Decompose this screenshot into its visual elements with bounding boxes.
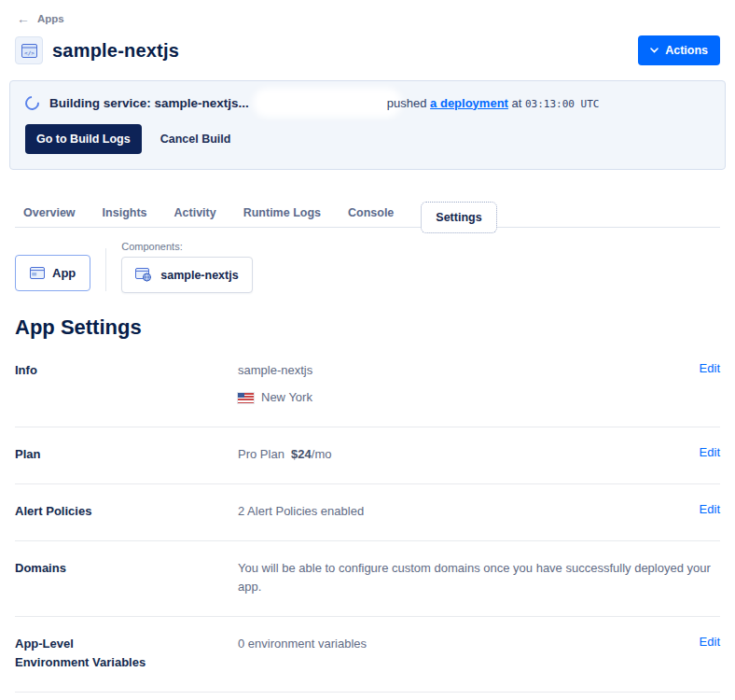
app-scope-button[interactable]: App — [15, 255, 90, 291]
component-globe-icon — [135, 268, 152, 282]
app-window-icon — [30, 267, 45, 279]
plan-per: /mo — [312, 447, 332, 461]
row-label: App-Level Environment Variables — [15, 633, 238, 672]
tab-activity[interactable]: Activity — [174, 206, 216, 219]
tab-runtime-logs[interactable]: Runtime Logs — [243, 206, 321, 219]
plan-price: $24 — [291, 447, 312, 461]
tab-insights[interactable]: Insights — [103, 206, 147, 219]
edit-alert-policies-link[interactable]: Edit — [700, 500, 720, 516]
row-label: Alert Policies — [15, 500, 238, 521]
settings-row-info: Info sample-nextjs New York Edit — [15, 343, 720, 427]
cancel-build-button[interactable]: Cancel Build — [160, 133, 231, 146]
banner-title: Building service: sample-nextjs... — [49, 96, 249, 110]
settings-row-env-variables: App-Level Environment Variables 0 enviro… — [15, 617, 720, 693]
info-region: New York — [261, 388, 312, 407]
build-banner: Building service: sample-nextjs... pushe… — [9, 80, 726, 170]
settings-row-log-forwarding: Log Forwarding 0 Destinations Edit — [15, 693, 720, 700]
actions-button[interactable]: Actions — [638, 35, 720, 65]
edit-env-variables-link[interactable]: Edit — [700, 633, 720, 649]
row-value: 0 environment variables — [238, 633, 700, 653]
go-to-build-logs-button[interactable]: Go to Build Logs — [25, 124, 142, 154]
banner-deployment-text: pushed a deployment at 03:13:00 UTC — [387, 96, 600, 110]
breadcrumb: ← Apps — [0, 0, 735, 26]
app-window-icon: </> — [15, 36, 43, 64]
row-value: You will be able to configure custom dom… — [238, 557, 712, 596]
tab-overview[interactable]: Overview — [23, 206, 76, 219]
settings-row-domains: Domains You will be able to configure cu… — [15, 541, 720, 617]
row-value: sample-nextjs New York — [238, 359, 700, 407]
plan-name: Pro Plan — [238, 447, 284, 461]
chevron-down-icon — [650, 48, 659, 53]
app-settings-heading: App Settings — [0, 293, 735, 343]
spinner-icon — [22, 92, 42, 112]
row-value: Pro Plan $24/mo — [238, 443, 700, 464]
deployment-link[interactable]: a deployment — [430, 96, 508, 110]
svg-text:</>: </> — [24, 49, 35, 55]
tab-console[interactable]: Console — [348, 206, 394, 219]
component-sample-nextjs-button[interactable]: sample-nextjs — [121, 257, 252, 293]
redacted-text-blur — [258, 93, 396, 112]
deployment-timestamp: 03:13:00 UTC — [525, 98, 599, 110]
row-label: Plan — [15, 443, 238, 464]
title-bar: </> sample-nextjs Actions — [0, 26, 735, 65]
tab-bar: Overview Insights Activity Runtime Logs … — [0, 192, 735, 233]
vertical-divider — [105, 248, 106, 291]
row-value: 2 Alert Policies enabled — [238, 500, 700, 521]
components-label: Components: — [121, 241, 252, 252]
settings-row-alert-policies: Alert Policies 2 Alert Policies enabled … — [15, 484, 720, 541]
info-app-name: sample-nextjs — [238, 361, 700, 380]
component-bar: App Components: sample-nextjs — [0, 233, 735, 293]
us-flag-icon — [238, 393, 254, 403]
back-arrow-icon[interactable]: ← — [17, 11, 30, 26]
breadcrumb-apps-link[interactable]: Apps — [37, 13, 64, 24]
edit-plan-link[interactable]: Edit — [700, 443, 720, 459]
edit-info-link[interactable]: Edit — [700, 359, 720, 375]
settings-rows: Info sample-nextjs New York Edit Plan Pr… — [0, 343, 735, 700]
tab-settings[interactable]: Settings — [421, 202, 496, 233]
page-title: sample-nextjs — [52, 40, 179, 62]
settings-row-plan: Plan Pro Plan $24/mo Edit — [15, 427, 720, 484]
row-label: Info — [15, 359, 238, 380]
row-label: Domains — [15, 557, 238, 578]
